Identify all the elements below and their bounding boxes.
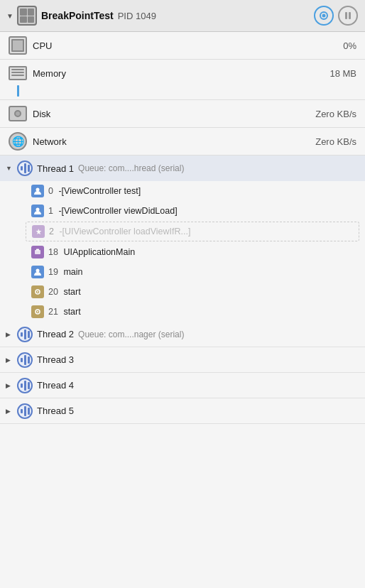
frame-2-row[interactable]: 2 -[UIViewController loadViewIfR...]	[26, 222, 359, 241]
thread-4-name: Thread 4	[37, 380, 74, 391]
thread-4-header[interactable]: ▶ Thread 4	[0, 373, 365, 398]
frame-19-row[interactable]: 19 main	[0, 262, 365, 282]
app-pid: PID 1049	[118, 11, 156, 21]
thread-1-name: Thread 1	[37, 163, 74, 174]
thread-5-icon	[17, 403, 33, 419]
thread-1-queue: Queue: com....hread (serial)	[78, 163, 184, 173]
disk-icon	[9, 104, 27, 123]
disk-value: Zero KB/s	[315, 109, 356, 119]
cpu-row: CPU 0%	[0, 32, 365, 60]
thread-2-name: Thread 2	[37, 329, 74, 339]
thread-2-header[interactable]: ▶ Thread 2 Queue: com....nager (serial)	[0, 322, 365, 347]
frame-21-text: 21 start	[48, 307, 81, 317]
network-icon: 🌐	[9, 132, 27, 151]
thread-3-name: Thread 3	[37, 354, 74, 365]
cpu-value: 0%	[343, 40, 356, 51]
header-row: ▼ BreakPointTest PID 1049	[0, 0, 365, 32]
frame-20-icon	[31, 285, 44, 298]
thread-1-arrow-icon: ▼	[6, 165, 14, 172]
frame-19-text: 19 main	[48, 267, 82, 277]
frame-21-icon	[31, 305, 44, 318]
disk-row: Disk Zero KB/s	[0, 100, 365, 128]
svg-rect-2	[345, 12, 347, 19]
frame-19-number: 19	[48, 267, 58, 277]
frame-18-icon	[31, 246, 44, 258]
frame-19-icon	[31, 266, 44, 278]
frame-1-number: 1	[48, 206, 53, 216]
record-icon	[318, 10, 329, 21]
network-value: Zero KB/s	[315, 136, 356, 147]
frame-18-row[interactable]: 18 UIApplicationMain	[0, 242, 365, 262]
svg-point-1	[322, 14, 326, 18]
frame-1-row[interactable]: 1 -[ViewController viewDidLoad]	[0, 201, 365, 221]
memory-row: Memory 18 MB	[0, 60, 365, 100]
thread-3-header[interactable]: ▶ Thread 3	[0, 347, 365, 373]
disk-label: Disk	[33, 109, 315, 119]
record-button[interactable]	[314, 6, 334, 26]
frame-21-row[interactable]: 21 start	[0, 302, 365, 322]
cpu-label: CPU	[33, 40, 343, 51]
thread-2-arrow-icon: ▶	[6, 331, 14, 338]
threads-section: ▼ Thread 1 Queue: com....hread (serial) …	[0, 156, 365, 588]
frame-1-text: 1 -[ViewController viewDidLoad]	[48, 206, 178, 216]
thread-5-name: Thread 5	[37, 405, 74, 416]
thread-4-icon	[17, 378, 33, 393]
svg-rect-6	[35, 250, 40, 254]
frame-2-icon	[32, 225, 45, 238]
frame-21-number: 21	[48, 307, 58, 317]
frame-0-row[interactable]: 0 -[ViewController test]	[0, 181, 365, 201]
svg-point-8	[36, 269, 40, 273]
memory-bar	[17, 85, 19, 97]
thread-3-icon	[17, 352, 33, 368]
frame-2-text: 2 -[UIViewController loadViewIfR...]	[49, 227, 190, 236]
thread-5-arrow-icon: ▶	[6, 408, 14, 415]
network-row: 🌐 Network Zero KB/s	[0, 128, 365, 156]
app-icon	[17, 6, 37, 26]
collapse-arrow-icon[interactable]: ▼	[6, 11, 14, 20]
frame-20-row[interactable]: 20 start	[0, 282, 365, 302]
thread-2-icon	[17, 327, 33, 342]
thread-5-header[interactable]: ▶ Thread 5	[0, 398, 365, 424]
frame-1-icon	[31, 205, 44, 217]
thread-1-header[interactable]: ▼ Thread 1 Queue: com....hread (serial)	[0, 156, 365, 181]
thread-4-arrow-icon: ▶	[6, 382, 14, 389]
cpu-icon	[9, 36, 27, 55]
frame-0-text: 0 -[ViewController test]	[48, 186, 141, 196]
frame-2-number: 2	[49, 227, 54, 236]
main-panel: ▼ BreakPointTest PID 1049	[0, 0, 365, 588]
network-label: Network	[33, 136, 315, 147]
frame-0-number: 0	[48, 186, 53, 196]
pause-button[interactable]	[338, 6, 358, 26]
frame-20-text: 20 start	[48, 287, 81, 297]
memory-value: 18 MB	[329, 68, 356, 79]
memory-label: Memory	[33, 68, 329, 79]
svg-point-5	[36, 208, 40, 212]
frame-18-text: 18 UIApplicationMain	[48, 247, 135, 257]
frame-20-number: 20	[48, 287, 58, 297]
thread-3-arrow-icon: ▶	[6, 356, 14, 364]
thread-2-queue: Queue: com....nager (serial)	[78, 330, 184, 339]
svg-rect-7	[36, 249, 39, 251]
frame-18-number: 18	[48, 247, 58, 257]
svg-point-10	[37, 291, 38, 293]
pause-icon	[342, 10, 354, 21]
svg-point-12	[37, 311, 38, 312]
app-name: BreakPointTest	[41, 10, 114, 21]
memory-icon	[9, 64, 27, 82]
svg-rect-3	[349, 12, 351, 19]
thread-1-icon	[17, 160, 33, 176]
svg-point-4	[36, 188, 40, 192]
frame-0-icon	[31, 185, 44, 197]
